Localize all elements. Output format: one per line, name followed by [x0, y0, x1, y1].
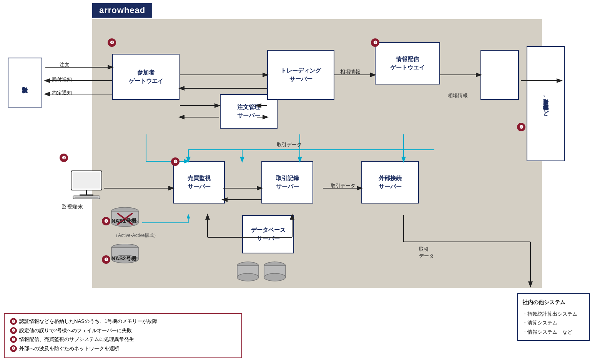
label-monitor-terminal: 監視端末	[62, 204, 83, 210]
svg-point-53	[264, 273, 286, 281]
social-item-2: ・清算システム	[522, 318, 585, 327]
legend-item-1: ❶ 認証情報などを格納したNASのうち、1号機のメモリーが故障	[10, 318, 236, 325]
label-trade-data-3: 取引データ	[419, 246, 434, 260]
svg-rect-39	[75, 197, 98, 198]
social-item-1: ・指数統計算出システム	[522, 309, 585, 318]
svg-rect-35	[73, 172, 100, 189]
legend-box: ❶ 認証情報などを格納したNASのうち、1号機のメモリーが故障 ❷ 設定値の誤り…	[4, 313, 242, 358]
circle-4-order: ❹	[108, 38, 116, 47]
label-active-active: （Active-Active構成）	[113, 232, 158, 239]
legend-item-4: ❹ 外部への波及を防ぐためネットワークを遮断	[10, 345, 236, 352]
label-order: 注文	[60, 61, 70, 68]
legend-text-2: 設定値の誤りで2号機へのフェイルオーバーに失敗	[19, 327, 132, 334]
label-trade-data-2: 取引データ	[331, 182, 356, 189]
logo-box: arrowhead	[92, 3, 152, 18]
legend-circle-2: ❷	[10, 327, 17, 334]
monitor-icon	[67, 169, 106, 200]
external-connect-label: 外部接続サーバー	[379, 174, 402, 191]
order-management-label: 注文管理サーバー	[237, 103, 260, 120]
label-market-info-1: 相場情報	[340, 68, 360, 75]
social-title: 社内の他システム	[522, 298, 585, 307]
legend-text-4: 外部への波及を防ぐためネットワークを遮断	[19, 345, 119, 352]
logo-text: arrowhead	[99, 5, 145, 15]
legend-text-1: 認証情報などを格納したNASのうち、1号機のメモリーが故障	[19, 318, 157, 325]
participant-gateway-box: 参加者ゲートウエイ	[112, 54, 180, 100]
participant-gateway-label: 参加者ゲートウエイ	[129, 68, 163, 86]
legend-item-3: ❸ 情報配信、売買監視のサブシステムに処理異常発生	[10, 336, 236, 343]
legend-item-2: ❷ 設定値の誤りで2号機へのフェイルオーバーに失敗	[10, 327, 236, 334]
label-market-info-2: 相場情報	[448, 92, 468, 99]
database-server-label: データベースサーバー	[251, 226, 286, 243]
trading-server-box: トレーディングサーバー	[267, 50, 334, 100]
label-contract-notice: 約定通知	[52, 89, 72, 96]
sell-buy-monitor-box: 売買監視サーバー	[173, 161, 225, 204]
trade-participant-box: 取引参加者	[8, 58, 42, 108]
circle-2-nas2: ❷	[102, 255, 110, 264]
info-dist-companies-box: 取引参加者、情報配信会社など	[527, 46, 565, 161]
legend-text-3: 情報配信、売買監視のサブシステムに処理異常発生	[19, 336, 134, 343]
right-connector-box	[480, 50, 519, 100]
legend-circle-4: ❹	[10, 345, 17, 352]
external-connect-box: 外部接続サーバー	[361, 161, 419, 204]
label-trade-data-1: 取引データ	[277, 141, 302, 148]
social-systems-box: 社内の他システム ・指数統計算出システム ・清算システム ・情報システム など	[517, 293, 590, 341]
svg-point-50	[237, 273, 259, 281]
db-cylinders	[234, 261, 315, 288]
legend-circle-1: ❶	[10, 318, 17, 325]
info-dist-gateway-box: 情報配信ゲートウエイ	[375, 42, 440, 84]
trading-server-label: トレーディングサーバー	[281, 66, 321, 84]
trade-record-box: 取引記録サーバー	[261, 161, 313, 204]
social-item-3: ・情報システム など	[522, 328, 585, 336]
label-nas1: NAS1号機	[111, 218, 136, 225]
main-container: arrowhead	[0, 0, 615, 364]
label-nas2: NAS2号機	[111, 255, 136, 262]
label-accept-notice: 受付通知	[52, 76, 72, 83]
info-dist-gateway-label: 情報配信ゲートウエイ	[390, 55, 425, 72]
circle-3-infodist: ❸	[371, 38, 379, 47]
info-dist-companies-label: 取引参加者、情報配信会社など	[542, 95, 550, 113]
circle-4-infodist: ❹	[517, 123, 525, 131]
trade-record-label: 取引記録サーバー	[276, 174, 299, 191]
circle-3-monitor: ❸	[60, 154, 68, 162]
circle-3-sellbuy: ❸	[171, 157, 180, 166]
circle-1-nas1: ❶	[102, 217, 110, 225]
legend-circle-3: ❸	[10, 336, 17, 343]
sell-buy-monitor-label: 売買監視サーバー	[188, 174, 211, 191]
database-server-box: データベースサーバー	[242, 215, 294, 253]
